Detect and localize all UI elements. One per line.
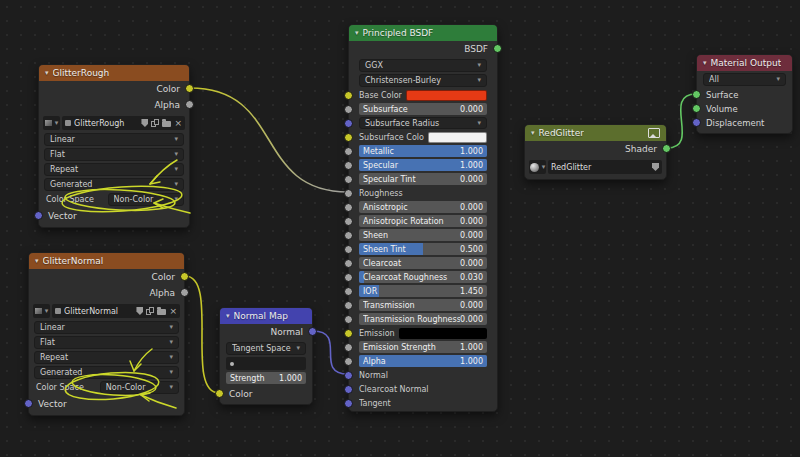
input-socket-emission-strength[interactable] (344, 343, 353, 352)
collapse-icon[interactable]: ▾ (226, 313, 230, 320)
node-header[interactable]: ▾ Material Output (697, 55, 792, 71)
extension-dropdown[interactable]: Repeat▾ (44, 163, 184, 176)
material-name-field[interactable]: RedGlitter (548, 160, 662, 174)
input-socket-clearcoat[interactable] (344, 259, 353, 268)
slider-specular-tint[interactable]: Specular Tint0.000 (359, 173, 487, 185)
slider-clearcoat-roughness[interactable]: Clearcoat Roughness0.030 (359, 271, 487, 283)
image-browser-button[interactable]: ▾ (43, 116, 60, 130)
slider-anisotropic[interactable]: Anisotropic0.000 (359, 201, 487, 213)
input-socket-color[interactable] (215, 389, 224, 398)
input-socket-ior[interactable] (344, 287, 353, 296)
input-socket-subsurface[interactable] (344, 105, 353, 114)
input-socket-anisotropic-rotation[interactable] (344, 217, 353, 226)
input-socket-specular[interactable] (344, 161, 353, 170)
unlink-icon[interactable]: × (174, 119, 182, 128)
slider-anisotropic-rotation[interactable]: Anisotropic Rotation0.000 (359, 215, 487, 227)
input-socket-transmission-roughness[interactable] (344, 315, 353, 324)
collapse-icon[interactable]: ▾ (703, 60, 707, 67)
slider-metallic[interactable]: Metallic1.000 (359, 145, 487, 157)
node-glitter-rough[interactable]: ▾ GlitterRough Color Alpha ▾ GlitterRoug… (38, 64, 190, 228)
slider-sheen-tint[interactable]: Sheen Tint0.500 (359, 243, 487, 255)
slider-transmission-roughness[interactable]: Transmission Roughness0.000 (359, 313, 487, 325)
slider-alpha[interactable]: Alpha1.000 (359, 355, 487, 367)
node-header[interactable]: ▾ Principled BSDF (349, 25, 497, 41)
projection-dropdown[interactable]: Flat▾ (44, 148, 184, 161)
open-folder-icon[interactable] (157, 309, 166, 315)
image-browser-button[interactable]: ▾ (33, 304, 50, 318)
input-socket-base-color[interactable] (344, 91, 353, 100)
slider-clearcoat[interactable]: Clearcoat0.000 (359, 257, 487, 269)
projection-dropdown[interactable]: Flat▾ (34, 336, 179, 349)
input-socket-alpha[interactable] (344, 357, 353, 366)
target-dropdown[interactable]: All▾ (703, 73, 786, 86)
node-header[interactable]: ▾ RedGlitter (525, 125, 666, 141)
input-socket-sheen-tint[interactable] (344, 245, 353, 254)
slider-ior[interactable]: IOR1.450 (359, 285, 487, 297)
output-socket-normal[interactable] (308, 327, 317, 336)
image-name-field[interactable]: GlitterNormal × (52, 304, 180, 318)
copy-icon[interactable] (146, 307, 154, 315)
uv-map-field[interactable] (226, 357, 306, 370)
input-socket-surface[interactable] (692, 90, 701, 99)
node-link-normal-map-normal-to-principled-bsdf-normal[interactable] (313, 331, 348, 374)
subsurface-method-dropdown[interactable]: Christensen-Burley▾ (359, 74, 487, 87)
input-socket-specular-tint[interactable] (344, 175, 353, 184)
color-swatch-base-color[interactable] (406, 90, 487, 101)
input-socket-subsurface-radius[interactable] (344, 119, 353, 128)
unlink-icon[interactable]: × (169, 307, 177, 316)
node-editor-canvas[interactable]: ▾ GlitterRough Color Alpha ▾ GlitterRoug… (0, 0, 800, 457)
collapse-icon[interactable]: ▾ (35, 258, 39, 265)
node-header[interactable]: ▾ Normal Map (220, 308, 312, 324)
input-socket-transmission[interactable] (344, 301, 353, 310)
node-normal-map[interactable]: ▾ Normal Map Normal Tangent Space▾ Stren… (219, 307, 313, 405)
interpolation-dropdown[interactable]: Linear▾ (44, 133, 184, 146)
output-socket-bsdf[interactable] (493, 44, 502, 53)
copy-icon[interactable] (151, 119, 159, 127)
input-socket-clearcoat-normal[interactable] (344, 385, 353, 394)
output-socket-alpha[interactable] (180, 288, 189, 297)
node-link-glitterrough-color-to-principled-bsdf-roughness[interactable] (190, 88, 348, 192)
collapse-icon[interactable]: ▾ (45, 70, 49, 77)
node-header[interactable]: ▾ GlitterRough (39, 65, 189, 81)
input-socket-vector[interactable] (34, 211, 43, 220)
slider-specular[interactable]: Specular1.000 (359, 159, 487, 171)
extension-dropdown[interactable]: Repeat▾ (34, 351, 179, 364)
input-socket-clearcoat-roughness[interactable] (344, 273, 353, 282)
strength-slider[interactable]: Strength 1.000 (226, 372, 306, 384)
collapse-icon[interactable]: ▾ (531, 130, 535, 137)
vector-dropdown-subsurface-radius[interactable]: Subsurface Radius▾ (359, 117, 487, 129)
node-link-glitternormal-color-to-normal-map-color[interactable] (185, 276, 219, 393)
input-socket-vector[interactable] (24, 399, 33, 408)
slider-emission-strength[interactable]: Emission Strength1.000 (359, 341, 487, 353)
output-socket-alpha[interactable] (185, 100, 194, 109)
fake-user-icon[interactable] (141, 119, 148, 127)
collapse-icon[interactable]: ▾ (355, 30, 359, 37)
interpolation-dropdown[interactable]: Linear▾ (34, 321, 179, 334)
color-swatch-emission[interactable] (399, 328, 487, 339)
fake-user-icon[interactable] (136, 307, 143, 315)
open-folder-icon[interactable] (162, 121, 171, 127)
output-socket-shader[interactable] (662, 144, 671, 153)
input-socket-tangent[interactable] (344, 399, 353, 408)
source-dropdown[interactable]: Generated▾ (34, 366, 179, 379)
fake-user-icon[interactable] (652, 163, 659, 171)
distribution-dropdown[interactable]: GGX▾ (359, 59, 487, 72)
node-redglitter[interactable]: ▾ RedGlitter Shader ▾ RedGlitter (524, 124, 667, 180)
input-socket-anisotropic[interactable] (344, 203, 353, 212)
node-header[interactable]: ▾ GlitterNormal (29, 253, 184, 269)
node-principled-bsdf[interactable]: ▾ Principled BSDF BSDF GGX▾ Christensen-… (348, 24, 498, 412)
node-glitter-normal[interactable]: ▾ GlitterNormal Color Alpha ▾ GlitterNor… (28, 252, 185, 416)
source-dropdown[interactable]: Generated▾ (44, 178, 184, 191)
color-swatch-subsurface-colo[interactable] (428, 132, 487, 143)
node-material-output[interactable]: ▾ Material Output All▾ Surface Volume Di… (696, 54, 793, 134)
color-space-dropdown[interactable]: Non-Color▾ (108, 193, 184, 206)
image-name-field[interactable]: GlitterRough × (62, 116, 185, 130)
slider-subsurface[interactable]: Subsurface0.000 (359, 103, 487, 115)
slider-transmission[interactable]: Transmission0.000 (359, 299, 487, 311)
output-socket-color[interactable] (185, 84, 194, 93)
input-socket-volume[interactable] (692, 104, 701, 113)
input-socket-sheen[interactable] (344, 231, 353, 240)
input-socket-metallic[interactable] (344, 147, 353, 156)
color-space-dropdown[interactable]: Non-Color▾ (100, 381, 179, 394)
input-socket-displacement[interactable] (692, 118, 701, 127)
